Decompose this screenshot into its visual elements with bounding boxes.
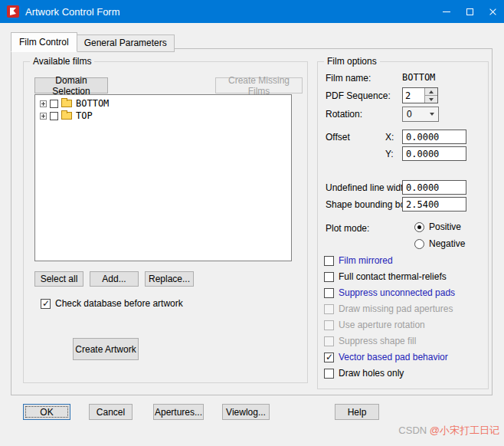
film-options-group: Film options Film name: BOTTOM PDF Seque… [317, 61, 489, 389]
domain-selection-button[interactable]: Domain Selection [34, 77, 108, 93]
tree-item-checkbox[interactable] [50, 100, 58, 108]
viewlog-button[interactable]: Viewlog... [222, 404, 270, 420]
tree-item-top[interactable]: TOP [35, 110, 291, 122]
plot-mode-label: Plot mode: [326, 223, 369, 234]
create-artwork-button[interactable]: Create Artwork [73, 338, 139, 360]
app-icon [7, 5, 19, 18]
watermark-prefix: CSDN [398, 425, 429, 436]
arrow-up-icon [429, 90, 434, 93]
radio-positive[interactable]: Positive [414, 221, 461, 232]
tab-strip: Film Control General Parameters [11, 32, 175, 51]
checkbox-film-mirrored[interactable]: Film mirrored [324, 255, 393, 266]
film-name-value: BOTTOM [402, 72, 435, 83]
create-missing-films-button: Create Missing Films [215, 77, 303, 93]
offset-y-input[interactable] [402, 146, 466, 161]
window-title: Artwork Control Form [25, 6, 120, 18]
offset-x-label: X: [385, 132, 394, 143]
rotation-label: Rotation: [326, 109, 362, 120]
apertures-button[interactable]: Apertures... [153, 404, 204, 420]
cancel-button[interactable]: Cancel [89, 404, 133, 420]
films-tree[interactable]: BOTTOM TOP [34, 94, 292, 261]
title-bar[interactable]: Artwork Control Form [0, 0, 504, 23]
tree-item-bottom[interactable]: BOTTOM [35, 97, 291, 110]
checkbox-suppress-shape-fill: Suppress shape fill [324, 336, 416, 346]
close-icon [489, 8, 497, 16]
maximize-button[interactable] [458, 0, 481, 23]
help-button[interactable]: Help [335, 404, 379, 420]
checkbox-box [324, 272, 334, 282]
checkbox-draw-missing-pad-apertures: Draw missing pad apertures [324, 303, 453, 314]
select-all-button[interactable]: Select all [34, 271, 83, 287]
checkbox-box [324, 304, 334, 314]
rotation-select[interactable]: 0 [402, 107, 439, 122]
undefined-line-width-label: Undefined line width: [326, 182, 411, 193]
folder-icon [61, 100, 72, 107]
spin-up-button[interactable] [425, 88, 437, 95]
maximize-icon [466, 8, 473, 15]
shape-bounding-box-input[interactable] [402, 197, 466, 212]
checkbox-box [324, 353, 334, 362]
checkbox-full-contact-thermal-reliefs[interactable]: Full contact thermal-reliefs [324, 271, 447, 282]
watermark: CSDN @小宋打工日记 [398, 424, 499, 438]
radio-circle [414, 239, 424, 249]
undefined-line-width-input[interactable] [402, 180, 466, 195]
checkbox-box [324, 336, 334, 346]
ok-button[interactable]: OK [23, 404, 70, 420]
artwork-control-form-dialog: Artwork Control Form Film Control Genera… [0, 0, 504, 446]
close-button[interactable] [481, 0, 504, 23]
pdf-sequence-label: PDF Sequence: [326, 90, 391, 101]
replace-button[interactable]: Replace... [145, 271, 194, 287]
minimize-button[interactable] [435, 0, 458, 23]
check-database-label: Check database before artwork [55, 298, 183, 309]
add-button[interactable]: Add... [90, 271, 139, 287]
radio-negative[interactable]: Negative [414, 238, 465, 249]
minimize-icon [443, 11, 450, 12]
radio-circle [414, 222, 424, 232]
folder-icon [61, 112, 72, 120]
checkbox-suppress-unconnected-pads[interactable]: Suppress unconnected pads [324, 287, 455, 298]
film-options-group-label: Film options [324, 56, 380, 67]
checkbox-vector-based-pad-behavior[interactable]: Vector based pad behavior [324, 352, 448, 362]
offset-x-input[interactable] [402, 130, 466, 144]
rotation-value: 0 [403, 108, 426, 120]
spin-down-button[interactable] [425, 95, 437, 103]
shape-bounding-box-label: Shape bounding box: [326, 199, 412, 210]
available-films-group: Available films Domain Selection Create … [23, 61, 308, 383]
tab-general-parameters[interactable]: General Parameters [77, 34, 175, 52]
checkbox-box [41, 299, 51, 309]
checkbox-draw-holes-only[interactable]: Draw holes only [324, 368, 404, 379]
pdf-sequence-input[interactable] [403, 88, 424, 103]
watermark-handle: @小宋打工日记 [430, 425, 499, 436]
chevron-down-icon [426, 113, 438, 116]
expand-plus-icon[interactable] [40, 113, 47, 120]
film-name-label: Film name: [326, 73, 371, 84]
checkbox-box [324, 288, 334, 298]
available-films-group-label: Available films [30, 56, 94, 67]
checkbox-use-aperture-rotation: Use aperture rotation [324, 320, 425, 330]
checkbox-box [324, 320, 334, 330]
tree-item-label: TOP [76, 110, 93, 121]
tree-item-checkbox[interactable] [50, 112, 58, 120]
offset-y-label: Y: [385, 149, 394, 159]
expand-plus-icon[interactable] [40, 100, 47, 107]
tab-film-control[interactable]: Film Control [11, 32, 77, 52]
checkbox-box [324, 256, 334, 266]
tree-item-label: BOTTOM [76, 98, 109, 109]
pdf-sequence-spinner [402, 87, 438, 103]
checkbox-box [324, 369, 334, 379]
offset-label: Offset [326, 132, 350, 143]
arrow-down-icon [429, 98, 434, 101]
check-database-checkbox[interactable]: Check database before artwork [41, 298, 183, 309]
